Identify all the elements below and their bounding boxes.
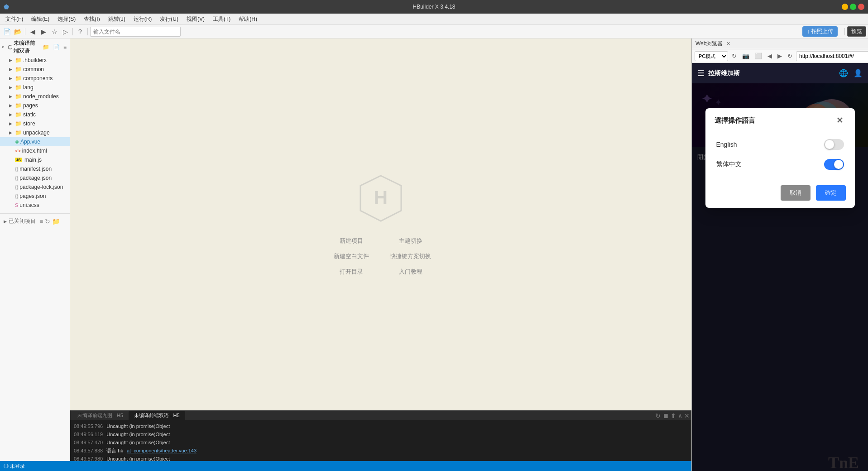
tree-item-pages[interactable]: ▶ 📁 pages <box>0 101 70 110</box>
folder-icon: 📁 <box>15 102 22 109</box>
console-refresh-icon[interactable]: ↻ <box>655 412 661 419</box>
maximize-button[interactable] <box>850 4 856 10</box>
console-up-icon[interactable]: ∧ <box>678 412 682 419</box>
minimize-button[interactable] <box>842 4 848 10</box>
tree-item-index-html[interactable]: <> index.html <box>0 146 70 155</box>
console-export-icon[interactable]: ⬆ <box>671 412 676 419</box>
help-button[interactable]: ? <box>75 27 85 37</box>
new-file-icon[interactable]: 📄 <box>52 43 61 51</box>
toolbar-separator-1 <box>25 28 25 35</box>
console-line-3: 08:49:57.470 Uncaught (in promise)Object <box>74 438 688 447</box>
menu-find[interactable]: 查找(I) <box>80 14 103 24</box>
tree-item-app-vue[interactable]: ◈ App.vue <box>0 137 70 146</box>
sidebar-header-icons: 📁 📄 ≡ <box>41 43 68 51</box>
menu-help[interactable]: 帮助(H) <box>235 14 261 24</box>
web-content-area: ☰ 拉斯维加斯 🌐 👤 ✦ ✦ <box>692 63 868 471</box>
web-back-icon[interactable]: ◀ <box>766 52 774 60</box>
web-url-input[interactable] <box>796 51 868 61</box>
hamburger-icon[interactable]: ☰ <box>697 68 705 78</box>
forward-button[interactable]: ▶ <box>38 27 48 37</box>
tree-item-components[interactable]: ▶ 📁 components <box>0 74 70 83</box>
menu-file[interactable]: 文件(F) <box>2 14 27 24</box>
tree-item-unpackage[interactable]: ▶ 📁 unpackage <box>0 128 70 137</box>
tree-item-hbuilderx[interactable]: ▶ 📁 .hbuilderx <box>0 56 70 65</box>
console-link-1[interactable]: at_components/header.vue:143 <box>127 447 197 455</box>
quick-action-open-dir[interactable]: 打开目录 <box>331 268 372 276</box>
dialog-overlay: 選擇操作語言 ✕ English 繁体中文 <box>692 83 868 471</box>
new-file-button[interactable]: 📄 <box>2 27 12 37</box>
menu-goto[interactable]: 跳转(J) <box>105 14 129 24</box>
json-icon-2: {} <box>15 175 18 181</box>
closed-projects-arrow[interactable]: ▶ <box>4 219 7 224</box>
quick-action-new-file[interactable]: 新建空白文件 <box>331 252 372 260</box>
upload-button[interactable]: ↑ 拍照上传 <box>802 26 838 37</box>
quick-action-tutorial[interactable]: 入门教程 <box>390 268 431 276</box>
dev-tools-button[interactable]: 预览 <box>847 26 866 37</box>
menu-run[interactable]: 运行(R) <box>130 14 156 24</box>
quick-action-shortcut[interactable]: 快捷键方案切换 <box>390 252 431 260</box>
confirm-button[interactable]: 確定 <box>816 185 846 201</box>
tree-item-node-modules[interactable]: ▶ 📁 node_modules <box>0 92 70 101</box>
tree-item-package-json[interactable]: {} package.json <box>0 173 70 183</box>
menu-publish[interactable]: 发行(U) <box>156 14 182 24</box>
dialog-header: 選擇操作語言 ✕ <box>705 108 855 131</box>
open-file-button[interactable]: 📂 <box>13 27 23 37</box>
english-toggle[interactable] <box>824 139 844 150</box>
bookmark-button[interactable]: ☆ <box>49 27 59 37</box>
quick-action-new-project[interactable]: 新建项目 <box>331 237 372 245</box>
console-tab-1[interactable]: 未编译前端九图 - H5 <box>72 411 129 420</box>
tree-item-package-lock-json[interactable]: {} package-lock.json <box>0 183 70 192</box>
tree-item-pages-json[interactable]: {} pages.json <box>0 192 70 201</box>
project-arrow[interactable]: ▾ <box>2 45 6 49</box>
web-forward-icon[interactable]: ▶ <box>776 52 784 60</box>
web-stop-icon[interactable]: ↻ <box>786 52 794 60</box>
login-status[interactable]: ◎ 未登录 <box>4 463 25 470</box>
tree-item-uni-scss[interactable]: S uni.scss <box>0 201 70 210</box>
console-tab-actions: ↻ ⏹ ⬆ ∧ ✕ <box>655 412 690 419</box>
console-time-3: 08:49:57.470 <box>74 438 103 447</box>
svg-text:H: H <box>374 187 388 208</box>
console-tab-2[interactable]: 未编译前端双语 - H5 <box>129 411 185 420</box>
menu-select[interactable]: 选择(S) <box>54 14 79 24</box>
list-view-icon[interactable]: ≡ <box>39 218 43 225</box>
language-icon[interactable]: 🌐 <box>839 69 848 77</box>
menu-tools[interactable]: 工具(T) <box>209 14 234 24</box>
json-icon-3: {} <box>15 184 18 190</box>
console-stop-icon[interactable]: ⏹ <box>662 412 669 419</box>
web-browser-panel: Web浏览器 ✕ PC模式 移动模式 ↻ 📷 ⬜ ◀ ▶ ↻ 🔒 ⚙ ☰ <box>691 38 868 471</box>
web-tab-close-button[interactable]: ✕ <box>726 41 730 47</box>
collapse-icon[interactable]: ≡ <box>62 43 68 51</box>
cancel-button[interactable]: 取消 <box>781 185 810 201</box>
tree-item-main-js[interactable]: JS main.js <box>0 155 70 164</box>
run-button[interactable]: ▷ <box>60 27 70 37</box>
console-close-icon[interactable]: ✕ <box>684 412 690 419</box>
console-line-2: 08:49:56.119 Uncaught (in promise)Object <box>74 430 688 438</box>
back-button[interactable]: ◀ <box>28 27 38 37</box>
web-screenshot-icon[interactable]: 📷 <box>740 52 751 60</box>
menu-view[interactable]: 视图(V) <box>183 14 208 24</box>
console-line-5: 08:49:57.980 Uncaught (in promise)Object <box>74 455 688 461</box>
toolbar-separator-4 <box>844 28 845 35</box>
menu-edit[interactable]: 编辑(E) <box>28 14 53 24</box>
user-icon[interactable]: 👤 <box>854 69 863 77</box>
tree-item-manifest-json[interactable]: {} manifest.json <box>0 164 70 173</box>
menu-bar: 文件(F) 编辑(E) 选择(S) 查找(I) 跳转(J) 运行(R) 发行(U… <box>0 14 868 25</box>
dialog-close-button[interactable]: ✕ <box>834 115 846 125</box>
console-line-1: 08:49:55.796 Uncaught (in promise)Object <box>74 422 688 430</box>
refresh-icon[interactable]: ↻ <box>45 218 50 225</box>
tree-item-lang[interactable]: ▶ 📁 lang <box>0 83 70 92</box>
editor-main: H 新建项目 主题切换 新建空白文件 快捷键方案切换 打开目录 入门教程 未编译… <box>70 38 691 461</box>
tree-item-common[interactable]: ▶ 📁 common <box>0 65 70 74</box>
folder-add-icon[interactable]: 📁 <box>52 218 60 225</box>
web-window-icon[interactable]: ⬜ <box>753 52 764 60</box>
web-mode-select[interactable]: PC模式 移动模式 <box>695 51 728 61</box>
web-refresh-icon[interactable]: ↻ <box>730 52 739 60</box>
new-folder-icon[interactable]: 📁 <box>41 43 51 51</box>
tree-item-store[interactable]: ▶ 📁 store <box>0 119 70 128</box>
quick-action-theme[interactable]: 主题切换 <box>390 237 431 245</box>
close-button[interactable] <box>858 4 864 10</box>
chinese-toggle[interactable] <box>824 159 844 170</box>
language-option-chinese: 繁体中文 <box>715 154 846 174</box>
file-search-input[interactable] <box>90 27 181 37</box>
tree-item-static[interactable]: ▶ 📁 static <box>0 110 70 119</box>
